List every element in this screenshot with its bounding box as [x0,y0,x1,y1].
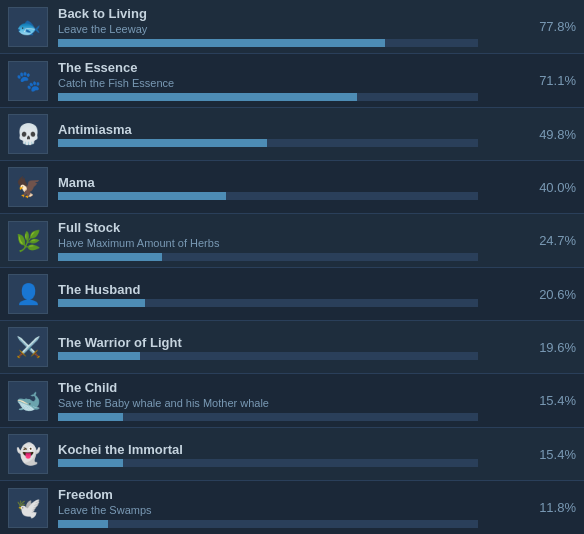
achievement-percent: 40.0% [526,180,576,195]
progress-bar-bg [58,93,478,101]
achievement-name: Freedom [58,487,526,502]
achievement-desc: Catch the Fish Essence [58,77,526,89]
progress-bar-bg [58,459,478,467]
progress-bar-fill [58,352,140,360]
achievement-icon: 🐋 [8,381,48,421]
achievement-info: Full Stock Have Maximum Amount of Herbs [58,220,526,261]
achievement-icon: 🐾 [8,61,48,101]
achievement-info: The Warrior of Light [58,335,526,360]
achievement-row: 💀 Antimiasma 49.8% [0,108,584,161]
achievement-info: The Husband [58,282,526,307]
achievement-row: ⚔️ The Warrior of Light 19.6% [0,321,584,374]
progress-bar-bg [58,139,478,147]
progress-bar-fill [58,520,108,528]
achievement-percent: 11.8% [526,500,576,515]
progress-bar-fill [58,192,226,200]
achievement-name: The Essence [58,60,526,75]
progress-bar-bg [58,520,478,528]
achievement-percent: 15.4% [526,447,576,462]
progress-bar-bg [58,413,478,421]
achievement-percent: 15.4% [526,393,576,408]
achievement-row: 🐾 The Essence Catch the Fish Essence 71.… [0,54,584,108]
achievement-info: Mama [58,175,526,200]
achievement-name: Kochei the Immortal [58,442,526,457]
achievement-row: 🌿 Full Stock Have Maximum Amount of Herb… [0,214,584,268]
achievement-name: The Husband [58,282,526,297]
achievement-info: The Child Save the Baby whale and his Mo… [58,380,526,421]
achievement-info: Kochei the Immortal [58,442,526,467]
achievement-desc: Have Maximum Amount of Herbs [58,237,526,249]
achievement-row: 🐋 The Child Save the Baby whale and his … [0,374,584,428]
achievement-name: The Warrior of Light [58,335,526,350]
achievement-icon: 👤 [8,274,48,314]
achievement-percent: 71.1% [526,73,576,88]
progress-bar-fill [58,299,145,307]
achievement-name: The Child [58,380,526,395]
progress-bar-fill [58,39,385,47]
achievement-percent: 77.8% [526,19,576,34]
progress-bar-bg [58,192,478,200]
achievement-row: 👻 Kochei the Immortal 15.4% [0,428,584,481]
achievement-icon: 💀 [8,114,48,154]
progress-bar-fill [58,253,162,261]
achievement-percent: 19.6% [526,340,576,355]
progress-bar-bg [58,299,478,307]
achievement-desc: Leave the Leeway [58,23,526,35]
progress-bar-bg [58,253,478,261]
achievement-name: Back to Living [58,6,526,21]
achievement-name: Full Stock [58,220,526,235]
achievement-info: Freedom Leave the Swamps [58,487,526,528]
achievement-row: 👤 The Husband 20.6% [0,268,584,321]
achievement-icon: 🌿 [8,221,48,261]
achievement-icon: 🕊️ [8,488,48,528]
achievement-info: Antimiasma [58,122,526,147]
achievement-info: Back to Living Leave the Leeway [58,6,526,47]
progress-bar-fill [58,93,357,101]
achievement-icon: 👻 [8,434,48,474]
achievement-percent: 20.6% [526,287,576,302]
achievement-icon: ⚔️ [8,327,48,367]
achievement-percent: 49.8% [526,127,576,142]
achievement-desc: Leave the Swamps [58,504,526,516]
achievement-row: 🐟 Back to Living Leave the Leeway 77.8% [0,0,584,54]
progress-bar-bg [58,39,478,47]
achievement-row: 🕊️ Freedom Leave the Swamps 11.8% [0,481,584,534]
progress-bar-fill [58,413,123,421]
achievement-icon: 🐟 [8,7,48,47]
achievement-percent: 24.7% [526,233,576,248]
achievement-name: Mama [58,175,526,190]
progress-bar-bg [58,352,478,360]
progress-bar-fill [58,139,267,147]
achievement-info: The Essence Catch the Fish Essence [58,60,526,101]
achievement-list: 🐟 Back to Living Leave the Leeway 77.8% … [0,0,584,534]
progress-bar-fill [58,459,123,467]
achievement-desc: Save the Baby whale and his Mother whale [58,397,526,409]
achievement-name: Antimiasma [58,122,526,137]
achievement-icon: 🦅 [8,167,48,207]
achievement-row: 🦅 Mama 40.0% [0,161,584,214]
